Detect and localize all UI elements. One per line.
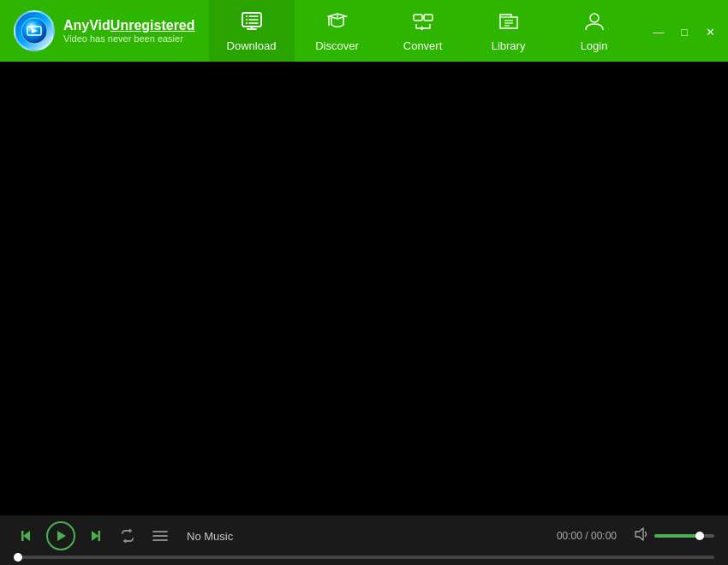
time-display: 00:00 / 00:00 [557,530,617,542]
svg-marker-21 [23,531,30,541]
logo-text: AnyVidUnregistered Video has never been … [63,18,195,44]
nav-library[interactable]: Library [466,0,552,62]
discover-icon [326,10,349,36]
svg-marker-24 [92,531,98,541]
nav-login-label: Login [581,39,608,52]
prev-button[interactable] [14,523,39,549]
nav-convert[interactable]: Convert [380,0,466,62]
nav-discover-label: Discover [315,39,359,52]
volume-thumb[interactable] [695,532,704,540]
volume-icon[interactable] [634,526,649,545]
download-icon [241,10,263,36]
player-controls: No Music 00:00 / 00:00 [14,521,714,550]
unregistered-label: Unregistered [110,18,195,33]
svg-rect-14 [424,15,433,21]
logo-area: AnyVidUnregistered Video has never been … [0,10,209,51]
svg-marker-29 [636,528,643,540]
close-button[interactable]: ✕ [697,22,723,41]
toolbar: AnyVidUnregistered Video has never been … [0,0,728,62]
progress-bar[interactable] [14,556,714,559]
nav-login[interactable]: Login [552,0,637,62]
track-name: No Music [187,530,550,543]
minimize-button[interactable]: — [646,22,671,41]
nav-download[interactable]: Download [209,0,295,62]
convert-icon [412,10,434,36]
nav-discover[interactable]: Discover [295,0,380,62]
play-button[interactable] [46,521,75,550]
nav-convert-label: Convert [403,39,443,52]
maximize-button[interactable]: □ [671,22,697,41]
window-controls: — □ ✕ [646,21,728,41]
svg-rect-22 [21,531,24,541]
playlist-button[interactable] [147,523,173,549]
video-area [0,62,728,515]
nav-download-label: Download [227,39,277,52]
app-title: AnyVidUnregistered [63,18,195,33]
login-icon [583,10,606,36]
nav-library-label: Library [492,39,526,52]
app-tagline: Video has never been easier [63,33,195,44]
app-logo [14,10,55,51]
next-button[interactable] [82,523,108,549]
library-icon [498,10,520,36]
svg-marker-23 [57,531,66,541]
progress-thumb[interactable] [14,553,22,562]
svg-point-20 [590,14,599,22]
nav-items: Download Discover [209,0,646,62]
repeat-button[interactable] [115,523,140,549]
volume-bar[interactable] [654,534,714,538]
svg-rect-13 [414,15,422,21]
svg-rect-25 [98,531,101,541]
player-bar: No Music 00:00 / 00:00 [0,515,728,565]
volume-area [634,526,714,545]
